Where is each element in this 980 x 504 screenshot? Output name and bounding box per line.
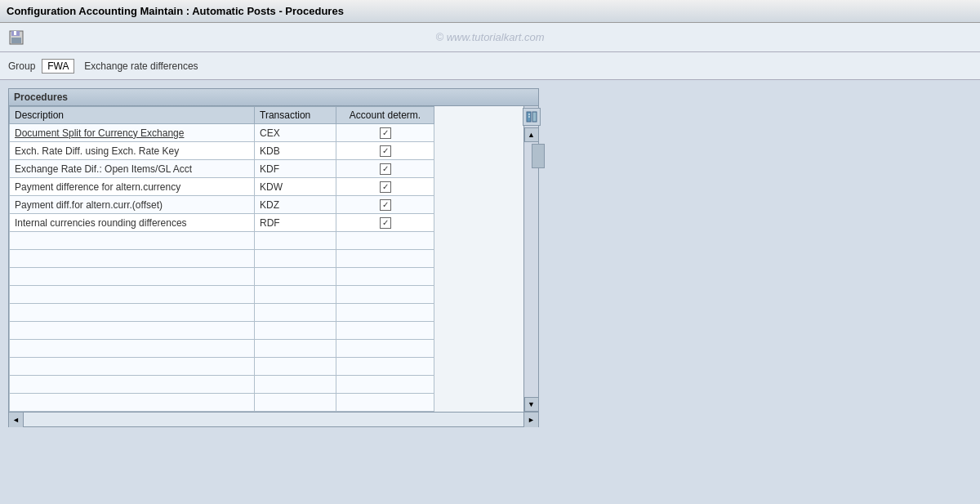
table-row: Document Split for Currency ExchangeCEX: [10, 124, 434, 142]
transaction-cell[interactable]: CEX: [255, 124, 336, 142]
account-determ-cell: [336, 160, 434, 178]
account-determ-cell: [336, 268, 434, 286]
save-icon[interactable]: [7, 28, 26, 47]
transaction-cell[interactable]: RDF: [255, 214, 336, 232]
account-determ-cell: [336, 232, 434, 250]
description-cell: [10, 250, 255, 268]
transaction-cell: [255, 268, 336, 286]
account-determ-cell: [336, 250, 434, 268]
svg-rect-2: [11, 38, 21, 43]
checkbox[interactable]: [380, 217, 391, 229]
account-determ-cell: [336, 178, 434, 196]
column-chooser-button[interactable]: [523, 108, 541, 126]
col-description: Description: [10, 107, 255, 124]
description-cell: Internal currencies rounding differences: [10, 214, 255, 232]
transaction-cell: [255, 304, 336, 322]
title-text: Configuration Accounting Maintain : Auto…: [7, 5, 344, 17]
transaction-cell: [255, 394, 336, 412]
account-determ-cell: [336, 358, 434, 376]
table-row: [10, 340, 434, 358]
table-row: Exchange Rate Dif.: Open Items/GL AcctKD…: [10, 160, 434, 178]
transaction-cell: [255, 340, 336, 358]
account-determ-cell: [336, 340, 434, 358]
group-value: FWA: [42, 59, 74, 74]
checkbox[interactable]: [380, 199, 391, 211]
account-determ-cell: [336, 214, 434, 232]
account-determ-cell: [336, 322, 434, 340]
right-scrollbar: ▲ ▼: [523, 106, 538, 412]
transaction-cell: [255, 322, 336, 340]
horizontal-scroll-track: [24, 413, 523, 426]
description-cell: [10, 322, 255, 340]
description-cell: Payment diff.for altern.curr.(offset): [10, 196, 255, 214]
main-content: Procedures Description Transaction Accou…: [0, 80, 980, 435]
account-determ-cell: [336, 196, 434, 214]
account-determ-cell: [336, 124, 434, 142]
col-account-determ: Account determ.: [336, 107, 434, 124]
svg-rect-5: [532, 112, 537, 122]
table-row: [10, 394, 434, 412]
bottom-scrollbar: ◄ ►: [9, 412, 538, 426]
table-row: [10, 232, 434, 250]
description-cell: [10, 232, 255, 250]
checkbox[interactable]: [380, 145, 391, 157]
procedures-table: Description Transaction Account determ. …: [9, 106, 434, 412]
table-row: [10, 250, 434, 268]
description-cell[interactable]: Document Split for Currency Exchange: [10, 124, 255, 142]
procedures-panel: Procedures Description Transaction Accou…: [8, 88, 539, 427]
transaction-cell[interactable]: KDW: [255, 178, 336, 196]
table-row: Payment diff.for altern.curr.(offset)KDZ: [10, 196, 434, 214]
title-bar: Configuration Accounting Maintain : Auto…: [0, 0, 980, 23]
checkbox[interactable]: [380, 181, 391, 193]
col-transaction: Transaction: [255, 107, 336, 124]
transaction-cell: [255, 232, 336, 250]
group-bar: Group FWA Exchange rate differences: [0, 52, 980, 80]
table-row: [10, 268, 434, 286]
table-row: Internal currencies rounding differences…: [10, 214, 434, 232]
description-cell: [10, 304, 255, 322]
table-row: [10, 376, 434, 394]
transaction-cell[interactable]: KDZ: [255, 196, 336, 214]
account-determ-cell: [336, 286, 434, 304]
transaction-cell: [255, 358, 336, 376]
transaction-cell: [255, 286, 336, 304]
transaction-cell: [255, 376, 336, 394]
description-cell: Exch. Rate Diff. using Exch. Rate Key: [10, 142, 255, 160]
transaction-cell[interactable]: KDB: [255, 142, 336, 160]
account-determ-cell: [336, 142, 434, 160]
scroll-up-button[interactable]: ▲: [524, 127, 539, 142]
table-row: Exch. Rate Diff. using Exch. Rate KeyKDB: [10, 142, 434, 160]
transaction-cell: [255, 250, 336, 268]
description-cell: [10, 376, 255, 394]
description-cell: [10, 340, 255, 358]
description-cell: [10, 358, 255, 376]
table-row: [10, 322, 434, 340]
table-row: Payment difference for altern.currencyKD…: [10, 178, 434, 196]
scroll-down-button[interactable]: ▼: [524, 397, 539, 412]
scroll-left-button[interactable]: ◄: [9, 413, 24, 427]
toolbar: © www.tutorialkart.com: [0, 23, 980, 52]
scroll-thumb[interactable]: [532, 144, 545, 168]
description-cell: [10, 286, 255, 304]
checkbox[interactable]: [380, 163, 391, 175]
account-determ-cell: [336, 376, 434, 394]
checkbox[interactable]: [380, 127, 391, 139]
watermark: © www.tutorialkart.com: [435, 31, 544, 43]
scroll-right-button[interactable]: ►: [523, 413, 538, 427]
description-cell: [10, 268, 255, 286]
description-cell: [10, 394, 255, 412]
description-cell: Exchange Rate Dif.: Open Items/GL Acct: [10, 160, 255, 178]
table-container: Description Transaction Account determ. …: [9, 106, 538, 412]
table-row: [10, 358, 434, 376]
table-row: [10, 286, 434, 304]
group-description: Exchange rate differences: [84, 60, 198, 72]
table-row: [10, 304, 434, 322]
procedures-title: Procedures: [9, 89, 538, 106]
transaction-cell[interactable]: KDF: [255, 160, 336, 178]
svg-rect-3: [14, 31, 16, 35]
group-label: Group: [8, 60, 35, 72]
account-determ-cell: [336, 304, 434, 322]
account-determ-cell: [336, 394, 434, 412]
description-cell: Payment difference for altern.currency: [10, 178, 255, 196]
